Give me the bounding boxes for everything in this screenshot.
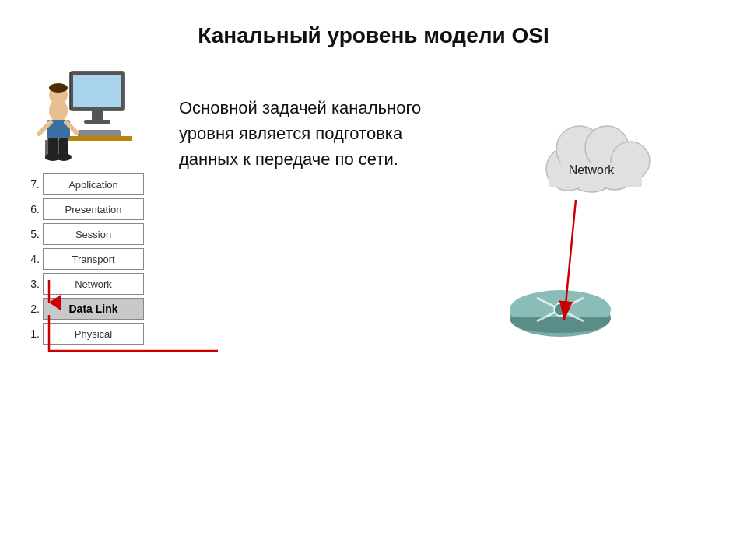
svg-rect-2 — [92, 110, 103, 120]
description-text: Основной задачей канального уровня являе… — [179, 95, 444, 172]
layer-num-1: 6. — [23, 203, 43, 215]
svg-point-12 — [49, 83, 68, 93]
osi-layer-application: 7.Application — [23, 173, 144, 196]
layer-num-5: 2. — [23, 303, 43, 315]
svg-point-35 — [554, 303, 566, 316]
osi-layer-session: 5.Session — [23, 222, 144, 246]
layer-box-session: Session — [43, 223, 144, 245]
layer-box-network: Network — [43, 273, 144, 295]
osi-layers: 7.Application6.Presentation5.Session4.Tr… — [23, 173, 144, 345]
network-diagram: Network — [475, 79, 724, 406]
osi-layer-physical: 1.Physical — [23, 322, 144, 345]
layer-num-3: 4. — [23, 253, 43, 265]
osi-layers-container: 7.Application6.Presentation5.Session4.Tr… — [23, 173, 144, 345]
layer-num-6: 1. — [23, 327, 43, 340]
layer-num-4: 3. — [23, 278, 43, 290]
layer-num-0: 7. — [23, 178, 43, 191]
layer-box-transport: Transport — [43, 248, 144, 270]
page-title: Канальный уровень модели OSI — [0, 0, 747, 64]
osi-layer-data-link: 2.Data Link — [23, 297, 144, 320]
cloud-shape: Network — [529, 103, 685, 207]
svg-text:Network: Network — [569, 163, 615, 177]
svg-rect-3 — [84, 120, 110, 124]
layer-box-data-link: Data Link — [43, 298, 144, 320]
svg-rect-1 — [73, 75, 121, 107]
layer-box-presentation: Presentation — [43, 198, 144, 220]
router-shape — [498, 278, 622, 367]
layer-box-application: Application — [43, 173, 144, 195]
osi-layer-network: 3.Network — [23, 272, 144, 296]
svg-point-19 — [56, 153, 72, 161]
layer-box-physical: Physical — [43, 323, 144, 345]
layer-num-2: 5. — [23, 228, 43, 240]
person-illustration — [23, 64, 148, 165]
osi-layer-presentation: 6.Presentation — [23, 198, 144, 221]
osi-layer-transport: 4.Transport — [23, 247, 144, 271]
